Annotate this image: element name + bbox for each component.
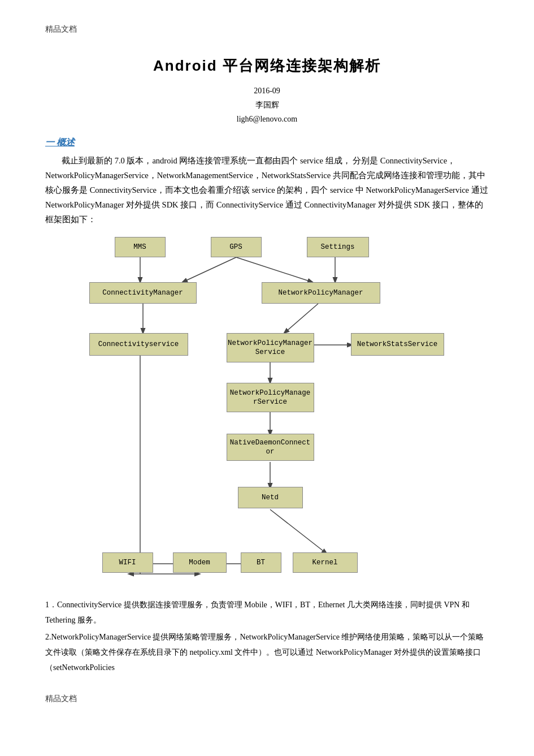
box-gps: GPS: [211, 237, 262, 257]
date: 2016-09: [45, 84, 489, 98]
box-network-policy-manager-svc2: NetworkPolicyManagerService: [227, 383, 314, 412]
box-native-daemon-connector: NativeDaemonConnector: [227, 434, 314, 461]
box-kernel: Kernel: [293, 552, 358, 573]
svg-line-1: [183, 257, 236, 282]
bottom-watermark: 精品文档: [45, 692, 489, 706]
points-section: 1．ConnectivityService 提供数据连接管理服务，负责管理 Mo…: [45, 598, 489, 675]
box-network-stats-service: NetworkStatsService: [351, 333, 444, 356]
box-network-policy-manager: NetworkPolicyManager: [262, 282, 380, 304]
svg-line-2: [236, 257, 312, 282]
author: 李国辉: [45, 98, 489, 112]
box-settings: Settings: [307, 237, 369, 257]
point-1: 1．ConnectivityService 提供数据连接管理服务，负责管理 Mo…: [45, 598, 489, 628]
point-2: 2.NetworkPolicyManagerService 提供网络策略管理服务…: [45, 630, 489, 675]
box-mms: MMS: [115, 237, 166, 257]
email: ligh6@lenovo.com: [45, 112, 489, 126]
svg-line-13: [270, 509, 327, 554]
box-connectivity-service: Connectivityservice: [89, 333, 188, 356]
para1: 截止到最新的 7.0 版本，android 网络连接管理系统一直都由四个 ser…: [45, 153, 489, 227]
box-wifi: WIFI: [102, 552, 153, 573]
page-title: Android 平台网络连接架构解析: [45, 53, 489, 78]
box-netd: Netd: [238, 487, 303, 508]
section1-title: 一 概述: [45, 135, 489, 150]
top-watermark: 精品文档: [45, 23, 489, 36]
meta-section: 2016-09 李国辉 ligh6@lenovo.com: [45, 84, 489, 127]
box-bt: BT: [241, 552, 281, 573]
box-connectivity-manager: ConnectivityManager: [89, 282, 197, 304]
architecture-diagram: MMS GPS Settings ConnectivityManager Net…: [70, 237, 465, 587]
box-modem: Modem: [173, 552, 227, 573]
box-network-policy-manager-svc: NetworkPolicyManagerService: [227, 333, 314, 362]
svg-line-5: [284, 304, 318, 333]
